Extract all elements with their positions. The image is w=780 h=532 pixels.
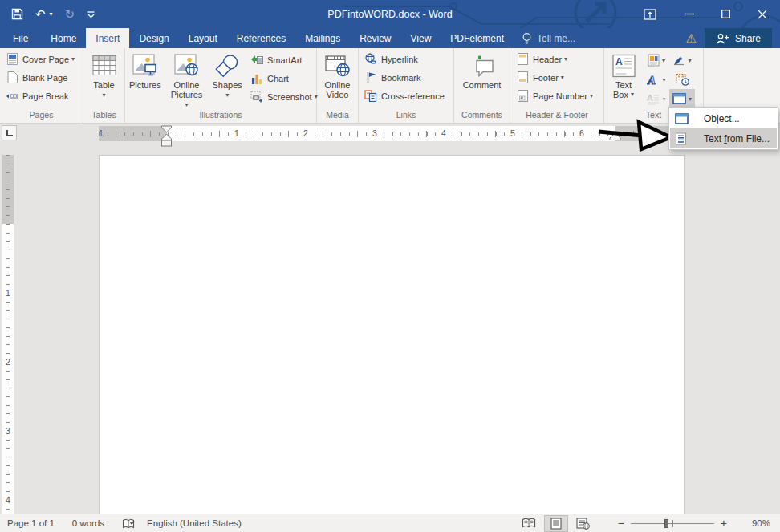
- document-page[interactable]: [99, 155, 685, 514]
- table-button[interactable]: Table ▾: [90, 49, 119, 100]
- header-button[interactable]: Header ▾: [511, 50, 571, 68]
- bookmark-button[interactable]: Bookmark: [360, 68, 425, 87]
- page-break-icon: [5, 90, 19, 103]
- smartart-button[interactable]: SmartArt: [246, 51, 315, 69]
- hyperlink-button[interactable]: Hyperlink: [360, 50, 422, 68]
- customize-qat-icon: [87, 10, 95, 18]
- tab-references[interactable]: References: [227, 28, 295, 48]
- group-label-illustrations: Illustrations: [125, 109, 316, 123]
- blank-page-button[interactable]: Blank Page: [1, 68, 71, 87]
- minimize-button[interactable]: [672, 0, 708, 28]
- close-button[interactable]: [744, 0, 780, 28]
- pictures-label: Pictures: [129, 80, 161, 90]
- undo-button[interactable]: ↶ ▾: [35, 8, 53, 20]
- comment-button[interactable]: Comment: [461, 49, 504, 90]
- menu-item-object[interactable]: Object...: [670, 108, 777, 128]
- print-layout-icon: [550, 518, 562, 530]
- chart-button[interactable]: Chart: [246, 69, 315, 87]
- object-button[interactable]: ▾: [669, 89, 695, 108]
- online-pictures-label-2: Pictures: [171, 90, 203, 99]
- titlebar: ↶ ▾ ↻ PDFintoWORD.docx - Word: [0, 0, 780, 28]
- redo-button[interactable]: ↻: [65, 8, 75, 20]
- tab-stop-selector[interactable]: [2, 125, 17, 140]
- shapes-button[interactable]: Shapes ▾: [209, 49, 246, 100]
- menu-item-text-from-file[interactable]: Text from File...: [670, 128, 777, 148]
- page-number-button[interactable]: # Page Number ▾: [511, 87, 597, 105]
- dropdown-caret-icon: ▾: [71, 55, 75, 63]
- zoom-controls: − + 90%: [615, 518, 770, 529]
- left-indent-markers[interactable]: [160, 125, 173, 148]
- word-count[interactable]: 0 words: [72, 518, 104, 528]
- cross-reference-label: Cross-reference: [381, 91, 445, 101]
- footer-button[interactable]: Footer ▾: [511, 68, 568, 87]
- drop-cap-button[interactable]: A ▾: [644, 89, 669, 108]
- save-icon: [11, 8, 23, 20]
- dropdown-caret-icon: ▾: [662, 57, 665, 64]
- online-video-button[interactable]: Online Video: [323, 49, 353, 99]
- web-layout-button[interactable]: [571, 515, 595, 532]
- pictures-button[interactable]: Pictures: [126, 49, 165, 90]
- zoom-slider-handle[interactable]: [664, 519, 668, 528]
- tab-design[interactable]: Design: [129, 28, 178, 48]
- tab-layout[interactable]: Layout: [179, 28, 227, 48]
- right-indent-marker[interactable]: [609, 132, 621, 140]
- zoom-slider[interactable]: [631, 519, 714, 528]
- cover-page-button[interactable]: Cover Page ▾: [1, 50, 79, 68]
- proofing-status-button[interactable]: [122, 518, 136, 530]
- smartart-label: SmartArt: [267, 55, 302, 65]
- tab-pdfelement[interactable]: PDFelement: [441, 28, 514, 48]
- language-indicator[interactable]: English (United States): [147, 518, 242, 528]
- group-links: Hyperlink Bookmark Cross-reference Links: [359, 48, 454, 123]
- proofing-book-icon: [122, 518, 136, 530]
- tab-file[interactable]: File: [0, 28, 41, 48]
- share-button[interactable]: Share: [705, 28, 772, 48]
- bookmark-label: Bookmark: [381, 73, 421, 83]
- group-illustrations: Pictures Online Pictures ▾ Shapes ▾: [125, 48, 317, 123]
- screenshot-button[interactable]: Screenshot ▾: [246, 87, 315, 106]
- group-label-media: Media: [317, 109, 358, 123]
- text-box-button[interactable]: A Text Box ▾: [605, 49, 642, 99]
- tell-me-box[interactable]: Tell me...: [514, 28, 583, 48]
- ruler-number: 1: [96, 128, 106, 139]
- notification-warning-icon[interactable]: ⚠: [678, 28, 705, 48]
- date-time-button[interactable]: [669, 70, 695, 89]
- wordart-button[interactable]: A ▾: [644, 70, 669, 89]
- save-button[interactable]: [11, 8, 23, 20]
- horizontal-ruler[interactable]: 1 1 2 3 4 5 6: [99, 126, 685, 141]
- tab-insert[interactable]: Insert: [86, 28, 129, 48]
- page-indicator[interactable]: Page 1 of 1: [7, 518, 55, 528]
- dropdown-caret-icon: ▾: [689, 95, 692, 103]
- zoom-in-button[interactable]: +: [717, 518, 730, 529]
- vertical-ruler[interactable]: 1 2 3 4: [2, 155, 14, 514]
- blank-page-label: Blank Page: [22, 73, 67, 83]
- quick-access-toolbar: ↶ ▾ ↻: [11, 0, 95, 28]
- shapes-label: Shapes: [213, 80, 242, 90]
- tab-review[interactable]: Review: [350, 28, 400, 48]
- signature-line-button[interactable]: ▾: [669, 51, 695, 70]
- online-pictures-button[interactable]: Online Pictures ▾: [165, 49, 209, 110]
- ribbon-display-options-button[interactable]: [632, 0, 668, 28]
- tab-mailings[interactable]: Mailings: [295, 28, 350, 48]
- zoom-out-button[interactable]: −: [615, 518, 628, 529]
- footer-label: Footer: [533, 73, 559, 83]
- customize-qat-button[interactable]: [87, 10, 95, 18]
- page-break-button[interactable]: Page Break: [1, 87, 72, 105]
- tab-view[interactable]: View: [401, 28, 441, 48]
- group-label-tables: Tables: [83, 109, 124, 123]
- cover-page-icon: [5, 53, 19, 66]
- left-tab-icon: [6, 130, 13, 136]
- read-mode-button[interactable]: [517, 515, 541, 532]
- footer-icon: [515, 71, 530, 84]
- tab-home[interactable]: Home: [41, 28, 86, 48]
- maximize-button[interactable]: [708, 0, 744, 28]
- svg-text:A: A: [647, 93, 653, 103]
- quick-parts-button[interactable]: ▾: [644, 51, 669, 70]
- online-video-icon: [325, 51, 350, 80]
- header-label: Header: [533, 55, 562, 64]
- print-layout-button[interactable]: [544, 515, 568, 532]
- read-mode-icon: [522, 518, 536, 529]
- group-label-header-footer: Header & Footer: [510, 109, 603, 123]
- zoom-percentage[interactable]: 90%: [737, 518, 770, 528]
- cross-reference-button[interactable]: Cross-reference: [360, 87, 449, 105]
- svg-text:A: A: [615, 56, 623, 67]
